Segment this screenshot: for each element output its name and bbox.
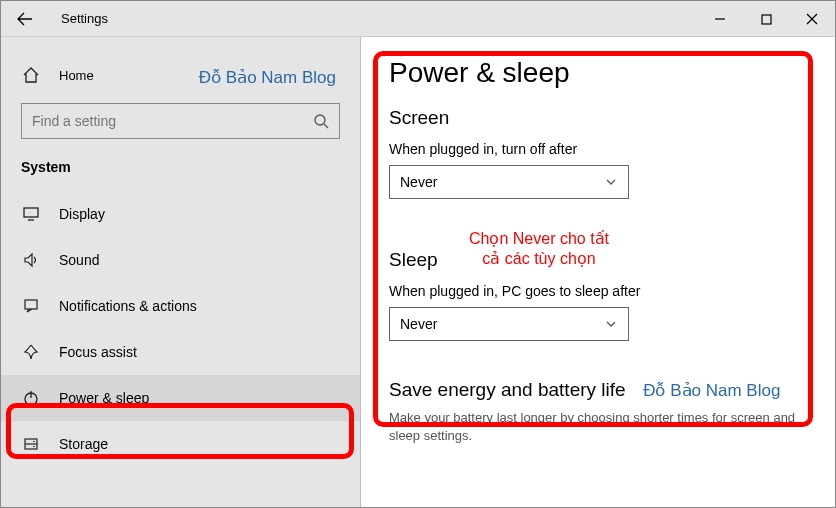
sleep-field-label: When plugged in, PC goes to sleep after bbox=[389, 283, 807, 299]
maximize-button[interactable] bbox=[743, 1, 789, 37]
sidebar-section-label: System bbox=[1, 153, 360, 181]
screen-timeout-select[interactable]: Never bbox=[389, 165, 629, 199]
sidebar-item-notifications[interactable]: Notifications & actions bbox=[1, 283, 360, 329]
page-title: Power & sleep bbox=[389, 57, 807, 89]
close-icon bbox=[806, 13, 818, 25]
sidebar-item-label: Display bbox=[59, 206, 105, 222]
focus-assist-icon bbox=[21, 343, 41, 361]
brand-watermark: Đỗ Bảo Nam Blog bbox=[199, 67, 336, 88]
sidebar-item-storage[interactable]: Storage bbox=[1, 421, 360, 467]
window-controls bbox=[697, 1, 835, 37]
minimize-button[interactable] bbox=[697, 1, 743, 37]
sound-icon bbox=[21, 251, 41, 269]
search-input[interactable] bbox=[22, 113, 303, 129]
sidebar-nav: Display Sound Notifications & actions Fo… bbox=[1, 191, 360, 467]
chevron-down-icon bbox=[604, 317, 618, 331]
sidebar: Home Đỗ Bảo Nam Blog System Display Soun… bbox=[1, 37, 361, 508]
maximize-icon bbox=[761, 14, 772, 25]
annotation-text: Chọn Never cho tất cả các tùy chọn bbox=[469, 229, 609, 269]
svg-point-7 bbox=[33, 446, 35, 448]
window-title: Settings bbox=[61, 11, 108, 26]
back-arrow-icon bbox=[17, 11, 33, 27]
notifications-icon bbox=[21, 297, 41, 315]
storage-icon bbox=[21, 435, 41, 453]
sleep-timeout-select[interactable]: Never bbox=[389, 307, 629, 341]
power-icon bbox=[21, 389, 41, 407]
sidebar-item-label: Storage bbox=[59, 436, 108, 452]
sidebar-item-label: Power & sleep bbox=[59, 390, 149, 406]
sidebar-home-label: Home bbox=[59, 68, 94, 83]
back-button[interactable] bbox=[13, 7, 37, 31]
search-box[interactable] bbox=[21, 103, 340, 139]
footer-description: Make your battery last longer by choosin… bbox=[389, 409, 807, 445]
footer-brand: Đỗ Bảo Nam Blog bbox=[643, 381, 780, 400]
sidebar-item-label: Focus assist bbox=[59, 344, 137, 360]
annotation-line1: Chọn Never cho tất bbox=[469, 229, 609, 249]
chevron-down-icon bbox=[604, 175, 618, 189]
svg-rect-2 bbox=[24, 208, 38, 217]
sleep-timeout-value: Never bbox=[400, 316, 437, 332]
display-icon bbox=[21, 205, 41, 223]
screen-timeout-value: Never bbox=[400, 174, 437, 190]
footer-heading: Save energy and battery life bbox=[389, 379, 626, 400]
sidebar-item-focus-assist[interactable]: Focus assist bbox=[1, 329, 360, 375]
svg-point-6 bbox=[33, 441, 35, 443]
svg-point-1 bbox=[315, 115, 325, 125]
content-pane: Power & sleep Screen When plugged in, tu… bbox=[361, 37, 835, 508]
screen-field-label: When plugged in, turn off after bbox=[389, 141, 807, 157]
titlebar: Settings bbox=[1, 1, 835, 37]
sidebar-item-sound[interactable]: Sound bbox=[1, 237, 360, 283]
footer-block: Save energy and battery life Đỗ Bảo Nam … bbox=[389, 379, 807, 445]
screen-heading: Screen bbox=[389, 107, 807, 129]
sidebar-item-display[interactable]: Display bbox=[1, 191, 360, 237]
svg-rect-3 bbox=[25, 300, 37, 309]
sidebar-item-label: Sound bbox=[59, 252, 99, 268]
svg-rect-0 bbox=[762, 15, 771, 24]
sidebar-item-power-sleep[interactable]: Power & sleep bbox=[1, 375, 360, 421]
minimize-icon bbox=[714, 13, 726, 25]
close-button[interactable] bbox=[789, 1, 835, 37]
home-icon bbox=[21, 66, 41, 84]
search-icon bbox=[303, 113, 339, 129]
annotation-line2: cả các tùy chọn bbox=[469, 249, 609, 269]
sidebar-item-label: Notifications & actions bbox=[59, 298, 197, 314]
